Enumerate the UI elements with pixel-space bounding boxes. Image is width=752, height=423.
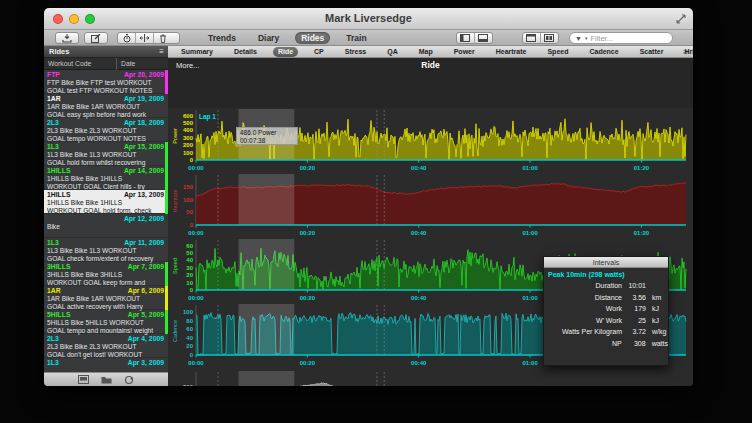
ride-list-item[interactable]: 1ARApr 19, 20091AR Bike Bike 1AR WORKOUT… bbox=[44, 94, 168, 118]
tab-summary[interactable]: Summary bbox=[176, 47, 218, 57]
window-title: Mark Liversedge bbox=[44, 12, 693, 24]
ride-description: 2L3 Bike Bike 2L3 WORKOUT bbox=[47, 127, 164, 135]
ride-list-item[interactable]: 1L3Apr 11, 20091L3 Bike Bike 1L3 WORKOUT… bbox=[44, 238, 168, 262]
ride-list-column-header[interactable]: Workout Code Date bbox=[44, 58, 168, 70]
chart-heartrate[interactable]: 050100150Heartrate00:0000:2000:4001:0001… bbox=[168, 173, 693, 238]
svg-text:20: 20 bbox=[186, 272, 193, 278]
filter-funnel-icon[interactable]: ▼ bbox=[575, 35, 582, 42]
tiled-windows-icon bbox=[544, 34, 554, 42]
svg-text:00:00: 00:00 bbox=[188, 230, 204, 236]
sidebar-menu-icon[interactable]: ≡ bbox=[159, 46, 164, 58]
ride-date: Apr 12, 2009 bbox=[124, 215, 164, 223]
ride-description: FTP Bike Bike FTP test WORKOUT bbox=[47, 79, 164, 87]
svg-text:Cadence: Cadence bbox=[172, 320, 178, 342]
ride-description: 1HILLS Bike Bike 1HILLS bbox=[47, 199, 164, 207]
filter-input[interactable]: ▼ ▾ Filter... bbox=[569, 32, 673, 44]
sidebar-left-icon bbox=[460, 34, 470, 42]
ride-list-item[interactable]: 3HILLSApr 7, 20093HILLS Bike Bike 3HILLS… bbox=[44, 262, 168, 286]
layout-toggle-group bbox=[522, 32, 559, 44]
interval-unit: w/kg bbox=[646, 326, 666, 338]
tab-details[interactable]: Details bbox=[229, 47, 262, 57]
ride-list-item[interactable]: FTPApr 20, 2009FTP Bike Bike FTP test WO… bbox=[44, 70, 168, 94]
split-button[interactable] bbox=[136, 33, 154, 43]
split-arrows-icon bbox=[140, 34, 149, 42]
ride-description: 1HILLS Bike Bike 1HILLS bbox=[47, 175, 164, 183]
tab-stress[interactable]: Stress bbox=[340, 47, 371, 57]
filter-chevron-icon[interactable]: ▾ bbox=[585, 36, 588, 41]
ride-list-item[interactable]: 1ARApr 6, 20091AR Bike Bike 1AR WORKOUTG… bbox=[44, 286, 168, 310]
tab-power[interactable]: Power bbox=[449, 47, 480, 57]
stopwatch-button[interactable] bbox=[118, 33, 136, 43]
interval-unit bbox=[646, 280, 652, 292]
svg-text:100: 100 bbox=[183, 150, 194, 156]
tab-scatter[interactable]: Scatter bbox=[635, 47, 669, 57]
ride-list-item[interactable]: 2L3Apr 18, 20092L3 Bike Bike 2L3 WORKOUT… bbox=[44, 118, 168, 142]
interval-stat-row: Work179kJ bbox=[544, 303, 668, 315]
tab-speed[interactable]: Speed bbox=[542, 47, 573, 57]
ride-code: FTP bbox=[47, 71, 60, 79]
svg-text:00:00: 00:00 bbox=[188, 295, 204, 301]
tab-qa[interactable]: QA bbox=[382, 47, 403, 57]
rides-sidebar: Workout Code Date FTPApr 20, 2009FTP Bik… bbox=[44, 58, 168, 386]
ride-list-item[interactable]: 1L3Apr 3, 2009 bbox=[44, 358, 168, 372]
ride-code: 1HILLS bbox=[47, 167, 70, 175]
trash-icon bbox=[159, 34, 167, 43]
ride-code: 2L3 bbox=[47, 119, 59, 127]
svg-text:400: 400 bbox=[183, 127, 194, 133]
svg-text:Speed: Speed bbox=[172, 258, 178, 274]
interval-value: 10:01 bbox=[622, 280, 646, 292]
interval-heading: Peak 10min (298 watts) bbox=[544, 268, 668, 280]
import-button[interactable] bbox=[55, 32, 79, 44]
filter-placeholder: Filter... bbox=[590, 34, 613, 43]
svg-text:00:20: 00:20 bbox=[300, 165, 316, 171]
tab-ride[interactable]: Ride bbox=[273, 47, 298, 57]
interval-label: Distance bbox=[544, 292, 622, 304]
compose-button[interactable] bbox=[84, 32, 108, 44]
ride-list-item[interactable]: Apr 12, 2009Bike bbox=[44, 214, 168, 238]
column-workout-code[interactable]: Workout Code bbox=[48, 58, 91, 70]
ride-date: Apr 14, 2009 bbox=[124, 167, 164, 175]
ride-code: 5HILLS bbox=[47, 311, 70, 319]
svg-text:50: 50 bbox=[186, 250, 193, 256]
intervals-popup-title[interactable]: Intervals bbox=[544, 257, 668, 268]
svg-text:50: 50 bbox=[186, 209, 193, 215]
fullscreen-icon[interactable] bbox=[675, 13, 687, 25]
svg-text:600: 600 bbox=[183, 113, 194, 119]
ride-code: 1L3 bbox=[47, 359, 59, 367]
tab-cp[interactable]: CP bbox=[309, 47, 329, 57]
nav-item-train[interactable]: Train bbox=[340, 32, 372, 44]
ride-date: Apr 13, 2009 bbox=[124, 191, 164, 199]
toggle-bottom-panel-button[interactable] bbox=[475, 33, 492, 43]
ride-date: Apr 19, 2009 bbox=[124, 95, 164, 103]
title-bar[interactable]: Mark Liversedge bbox=[44, 8, 693, 30]
tiled-view-button[interactable] bbox=[541, 33, 558, 43]
chart-altitude[interactable]: 100150200Altitude bbox=[168, 368, 693, 386]
tab-heartrate[interactable]: Heartrate bbox=[491, 47, 532, 57]
column-date[interactable]: Date bbox=[116, 58, 135, 70]
folder-icon[interactable] bbox=[101, 375, 112, 384]
ride-date: Apr 5, 2009 bbox=[128, 311, 164, 319]
svg-text:20: 20 bbox=[186, 343, 193, 349]
svg-text:60: 60 bbox=[186, 326, 193, 332]
delete-button[interactable] bbox=[154, 33, 172, 43]
tab-map[interactable]: Map bbox=[414, 47, 438, 57]
sync-icon[interactable] bbox=[124, 375, 134, 385]
tab-cadence[interactable]: Cadence bbox=[584, 47, 623, 57]
single-view-button[interactable] bbox=[523, 33, 541, 43]
panel-bottom-icon bbox=[478, 34, 488, 42]
ride-list-item[interactable]: 2L3Apr 4, 20092L3 Bike Bike 2L3 WORKOUTG… bbox=[44, 334, 168, 358]
ride-description: 1L3 Bike Bike 1L3 WORKOUT bbox=[47, 247, 164, 255]
ride-date: Apr 11, 2009 bbox=[124, 239, 164, 247]
slideshow-icon[interactable] bbox=[78, 375, 89, 384]
ride-list-item[interactable]: 5HILLSApr 5, 20095HILLS Bike 5HILLS WORK… bbox=[44, 310, 168, 334]
interval-label: W' Work bbox=[544, 315, 622, 327]
svg-text:00:00: 00:00 bbox=[188, 165, 204, 171]
ride-list-item[interactable]: 1HILLSApr 14, 20091HILLS Bike Bike 1HILL… bbox=[44, 166, 168, 190]
nav-item-trends[interactable]: Trends bbox=[202, 32, 242, 44]
ride-list-item[interactable]: 1HILLSApr 13, 20091HILLS Bike Bike 1HILL… bbox=[44, 190, 168, 214]
intervals-popup[interactable]: Intervals Peak 10min (298 watts) Duratio… bbox=[543, 256, 669, 366]
ride-list-item[interactable]: 1L3Apr 15, 20091L3 Bike Bike 1L3 WORKOUT… bbox=[44, 142, 168, 166]
nav-item-rides[interactable]: Rides bbox=[295, 32, 330, 44]
nav-item-diary[interactable]: Diary bbox=[252, 32, 285, 44]
toggle-left-sidebar-button[interactable] bbox=[457, 33, 475, 43]
